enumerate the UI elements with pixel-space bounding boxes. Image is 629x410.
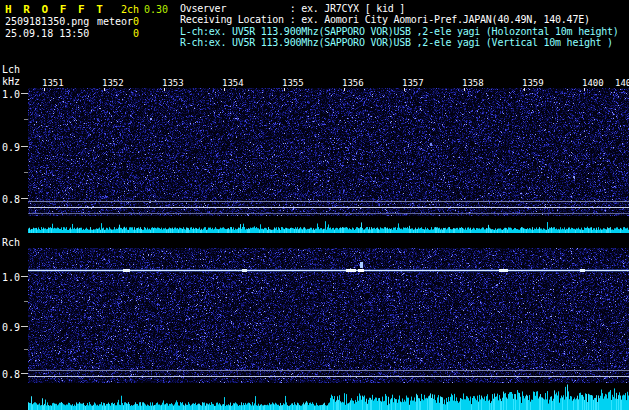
meteor-count-2: 0 (133, 28, 139, 39)
app-title: H R O F F T (5, 3, 105, 16)
rch-panel-label: Rch (2, 237, 20, 248)
lch-freq-label-1_0: 1.0 (2, 89, 20, 100)
time-label: 1351 (42, 78, 64, 88)
rch-freq-label-0_8: 0.8 (2, 369, 20, 380)
meteor-label: meteor (97, 16, 133, 27)
channel-mode-label: 2ch (121, 4, 139, 15)
hrofft-output-window: H R O F F T 2ch 0.30 2509181350.png mete… (0, 0, 629, 410)
rch-freq-label-0_9: 0.9 (2, 322, 20, 333)
time-label: 1356 (342, 78, 364, 88)
lch-panel-label: Lch (2, 64, 20, 75)
meteor-count: 0 (133, 16, 139, 27)
lch-freq-label-0_8: 0.8 (2, 194, 20, 205)
lch-freq-label-0_9: 0.9 (2, 142, 20, 153)
time-label: 1357 (402, 78, 424, 88)
rch-freq-tick (21, 326, 28, 327)
lch-spectrogram (28, 88, 629, 233)
time-label: 1400 (582, 78, 604, 88)
time-label: 1354 (222, 78, 244, 88)
output-filename: 2509181350.png (5, 16, 89, 27)
time-label: 1355 (282, 78, 304, 88)
khz-unit-label: kHz (2, 76, 20, 87)
rch-spectrogram (28, 248, 629, 410)
datetime-label: 25.09.18 13:50 (5, 28, 89, 39)
time-label: 1353 (162, 78, 184, 88)
time-label: 1359 (522, 78, 544, 88)
version-label: 0.30 (144, 4, 168, 15)
lch-receiver-info-line: L-ch:ex. UV5R 113.900Mhz(SAPPORO VOR)USB… (180, 26, 619, 37)
observer-info-line: Ovserver : ex. JR7CYX [ kid ] (180, 3, 405, 14)
rch-receiver-info-line: R-ch:ex. UV5R 113.900Mhz(SAPPORO VOR)USB… (180, 37, 613, 48)
rch-freq-tick (21, 373, 28, 374)
lch-freq-tick (21, 146, 28, 147)
time-label: 1352 (102, 78, 124, 88)
rch-freq-label-1_0: 1.0 (2, 272, 20, 283)
lch-freq-tick (21, 93, 28, 94)
receiving-location-line: Receiving Location : ex. Aomori City Aom… (180, 14, 590, 25)
lch-freq-tick (21, 198, 28, 199)
time-label-clipped: 1401 (615, 78, 629, 88)
time-label: 1358 (462, 78, 484, 88)
rch-freq-tick (21, 276, 28, 277)
